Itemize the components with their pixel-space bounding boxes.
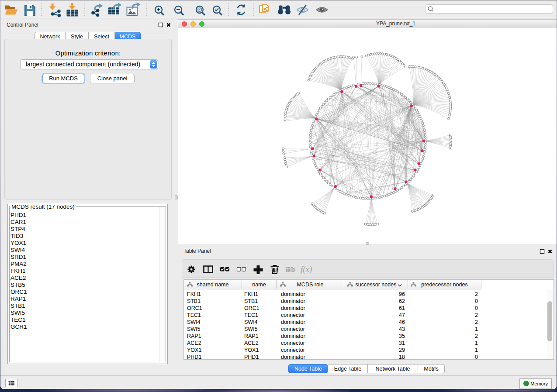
- svg-text:f(x): f(x): [301, 265, 312, 274]
